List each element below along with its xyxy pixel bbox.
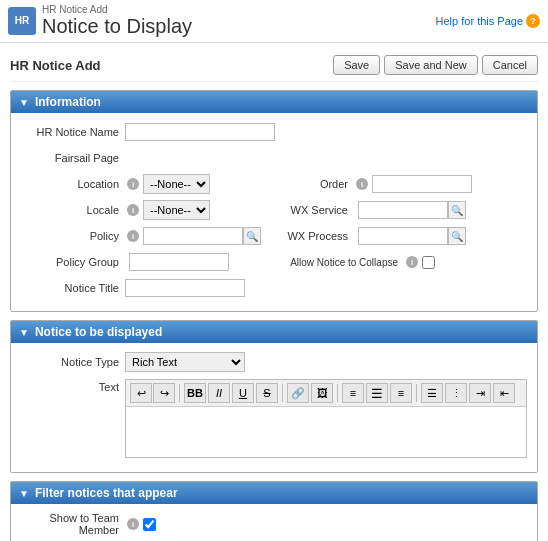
notice-header[interactable]: ▼ Notice to be displayed xyxy=(11,321,537,343)
align-left-button[interactable]: ≡ xyxy=(342,383,364,403)
hr-notice-name-label: HR Notice Name xyxy=(15,126,125,138)
section-arrow-notice: ▼ xyxy=(19,327,29,338)
locale-wxservice-row: Locale i --None-- WX Service 🔍 xyxy=(15,199,533,221)
link-button[interactable]: 🔗 xyxy=(287,383,309,403)
indent-icon: ⇥ xyxy=(476,387,485,400)
toolbar-separator-4 xyxy=(416,384,417,402)
underline-icon: U xyxy=(239,387,247,399)
information-header[interactable]: ▼ Information xyxy=(11,91,537,113)
policygroup-allowcollapse-row: Policy Group Allow Notice to Collapse i xyxy=(15,251,533,273)
align-right-icon: ≡ xyxy=(398,387,404,399)
bold-icon: B xyxy=(187,387,203,399)
outdent-button[interactable]: ⇤ xyxy=(493,383,515,403)
notice-body: Notice Type Rich Text Plain Text HTML Te… xyxy=(11,343,537,472)
notice-title-row: Notice Title xyxy=(15,277,533,299)
undo-button[interactable] xyxy=(130,383,152,403)
notice-header-label: Notice to be displayed xyxy=(35,325,162,339)
toolbar-label: HR Notice Add xyxy=(10,58,101,73)
filter-header-label: Filter notices that appear xyxy=(35,486,178,500)
allow-collapse-checkbox[interactable] xyxy=(422,256,435,269)
wx-process-label: WX Process xyxy=(274,230,354,242)
ul-button[interactable]: ☰ xyxy=(421,383,443,403)
align-center-icon: ☰ xyxy=(371,386,383,401)
location-order-row: Location i --None-- Order i xyxy=(15,173,533,195)
information-body: HR Notice Name Fairsail Page Location i … xyxy=(11,113,537,311)
rich-text-editor: B I U S 🔗 🖼 ≡ ☰ ≡ ☰ xyxy=(125,379,527,458)
policy-col: Policy i 🔍 xyxy=(15,227,274,245)
information-header-label: Information xyxy=(35,95,101,109)
notice-type-select-wrap: Rich Text Plain Text HTML xyxy=(125,352,245,372)
policy-search-button[interactable]: 🔍 xyxy=(243,227,261,245)
wx-process-col: WX Process 🔍 xyxy=(274,227,533,245)
section-arrow-filter: ▼ xyxy=(19,488,29,499)
order-info-icon: i xyxy=(356,178,368,190)
locale-col: Locale i --None-- xyxy=(15,200,274,220)
policy-group-input[interactable] xyxy=(129,253,229,271)
link-icon: 🔗 xyxy=(291,387,305,400)
wx-service-input[interactable] xyxy=(358,201,448,219)
show-team-member-label: Show to Team Member xyxy=(15,512,125,536)
ol-icon: ⋮ xyxy=(451,387,462,400)
fairsail-page-label: Fairsail Page xyxy=(15,152,125,164)
strikethrough-icon: S xyxy=(263,387,270,399)
save-and-new-button[interactable]: Save and New xyxy=(384,55,478,75)
notice-type-select[interactable]: Rich Text Plain Text HTML xyxy=(125,352,245,372)
align-right-button[interactable]: ≡ xyxy=(390,383,412,403)
strikethrough-button[interactable]: S xyxy=(256,383,278,403)
italic-icon: I xyxy=(216,387,222,399)
policy-info-icon: i xyxy=(127,230,139,242)
allow-notice-label: Allow Notice to Collapse xyxy=(274,257,404,268)
show-team-member-row: Show to Team Member i xyxy=(15,512,533,536)
order-label: Order xyxy=(274,178,354,190)
locale-label: Locale xyxy=(15,204,125,216)
redo-icon xyxy=(160,387,169,400)
locale-select[interactable]: --None-- xyxy=(143,200,210,220)
policy-group-label: Policy Group xyxy=(15,256,125,268)
notice-title-label: Notice Title xyxy=(15,282,125,294)
filter-section: ▼ Filter notices that appear Show to Tea… xyxy=(10,481,538,541)
hr-notice-name-input[interactable] xyxy=(125,123,275,141)
toolbar-separator-3 xyxy=(337,384,338,402)
align-center-button[interactable]: ☰ xyxy=(366,383,388,403)
order-input[interactable] xyxy=(372,175,472,193)
wx-process-search-button[interactable]: 🔍 xyxy=(448,227,466,245)
align-left-icon: ≡ xyxy=(350,387,356,399)
notice-type-label: Notice Type xyxy=(15,356,125,368)
location-label: Location xyxy=(15,178,125,190)
show-team-member-checkbox[interactable] xyxy=(143,518,156,531)
cancel-button[interactable]: Cancel xyxy=(482,55,538,75)
save-button[interactable]: Save xyxy=(333,55,380,75)
notice-section: ▼ Notice to be displayed Notice Type Ric… xyxy=(10,320,538,473)
help-link[interactable]: Help for this Page ? xyxy=(436,14,540,28)
information-section: ▼ Information HR Notice Name Fairsail Pa… xyxy=(10,90,538,312)
policy-wxprocess-row: Policy i 🔍 WX Process 🔍 xyxy=(15,225,533,247)
top-bar: HR HR Notice Add Notice to Display Help … xyxy=(0,0,548,43)
app-icon: HR xyxy=(8,7,36,35)
filter-header[interactable]: ▼ Filter notices that appear xyxy=(11,482,537,504)
wx-service-search-button[interactable]: 🔍 xyxy=(448,201,466,219)
notice-title-field xyxy=(125,279,533,297)
redo-button[interactable] xyxy=(153,383,175,403)
bold-button[interactable]: B xyxy=(184,383,206,403)
italic-button[interactable]: I xyxy=(208,383,230,403)
content-area: HR Notice Add Save Save and New Cancel ▼… xyxy=(0,43,548,541)
wx-process-input[interactable] xyxy=(358,227,448,245)
undo-icon xyxy=(137,387,146,400)
page-title: Notice to Display xyxy=(42,15,192,38)
wx-service-label: WX Service xyxy=(274,204,354,216)
rte-body[interactable] xyxy=(126,407,526,457)
location-select[interactable]: --None-- xyxy=(143,174,210,194)
ol-button[interactable]: ⋮ xyxy=(445,383,467,403)
notice-title-input[interactable] xyxy=(125,279,245,297)
section-arrow-info: ▼ xyxy=(19,97,29,108)
help-label: Help for this Page xyxy=(436,15,523,27)
indent-button[interactable]: ⇥ xyxy=(469,383,491,403)
image-button[interactable]: 🖼 xyxy=(311,383,333,403)
text-label: Text xyxy=(15,377,125,393)
outdent-icon: ⇤ xyxy=(500,387,509,400)
policy-input[interactable] xyxy=(143,227,243,245)
toolbar-separator-2 xyxy=(282,384,283,402)
show-team-member-field: i xyxy=(125,518,533,531)
rte-wrapper: B I U S 🔗 🖼 ≡ ☰ ≡ ☰ xyxy=(125,377,533,460)
underline-button[interactable]: U xyxy=(232,383,254,403)
